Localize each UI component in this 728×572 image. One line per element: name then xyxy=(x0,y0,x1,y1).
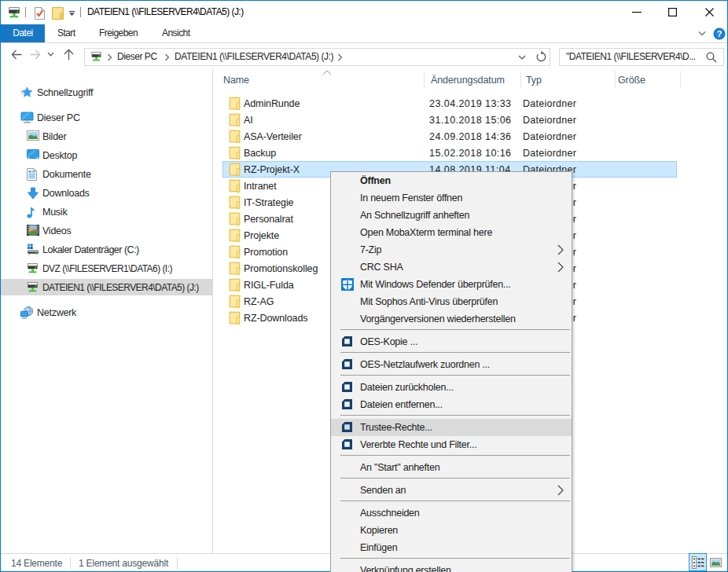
svg-text:?: ? xyxy=(716,29,722,38)
